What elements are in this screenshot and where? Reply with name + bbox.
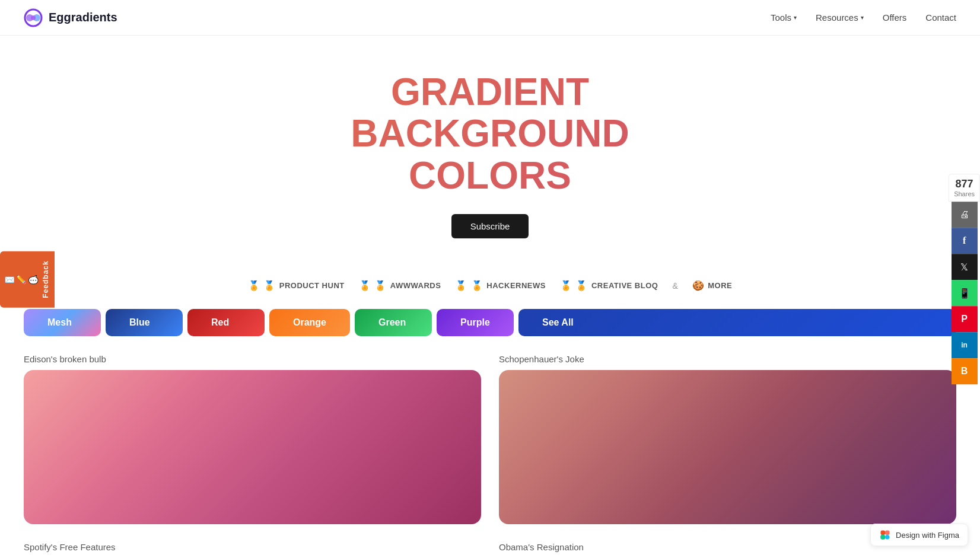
gradient-swatch-1[interactable] (499, 370, 956, 524)
gradient-card-0: Edison's broken bulb (24, 354, 481, 524)
gradient-grid: Edison's broken bulb Schopenhauer's Joke… (0, 354, 980, 558)
twitter-icon: 𝕏 (960, 262, 968, 273)
figma-badge-label: Design with Figma (896, 531, 959, 540)
award-product-hunt: 🏅 🏅 PRODUCT HUNT (248, 280, 345, 291)
logo-text: Eggradients (49, 11, 117, 24)
award-separator: & (672, 281, 677, 291)
hero-title: GRADIENT BACKGROUND COLORS (12, 71, 968, 196)
pinterest-icon: P (961, 314, 968, 324)
svg-point-7 (885, 535, 890, 540)
svg-rect-8 (881, 535, 886, 540)
award-icon: 🏅 (455, 280, 467, 291)
gradient-card-title-1: Schopenhauer's Joke (499, 354, 956, 364)
award-more: 🍪 MORE (692, 280, 733, 291)
filter-see-all[interactable]: See All (518, 309, 956, 336)
share-count: 877 (954, 178, 975, 191)
whatsapp-icon: 📱 (959, 288, 971, 299)
nav-offers[interactable]: Offers (883, 12, 907, 23)
award-icon-2: 🏅 (263, 280, 276, 291)
filter-green[interactable]: Green (355, 309, 432, 336)
filter-red[interactable]: Red (187, 309, 265, 336)
award-hackernews: 🏅 🏅 HACKERNEWS (455, 280, 546, 291)
linkedin-icon: in (961, 341, 968, 349)
share-twitter-button[interactable]: 𝕏 (952, 254, 978, 280)
svg-rect-5 (885, 531, 890, 535)
award-icon: 🏅 (359, 280, 371, 291)
award-awwwards: 🏅 🏅 AWWWARDS (359, 280, 441, 291)
logo-icon (24, 8, 43, 27)
filter-blue[interactable]: Blue (106, 309, 183, 336)
subscribe-button[interactable]: Subscribe (451, 214, 529, 238)
chevron-down-icon: ▾ (861, 14, 864, 21)
feedback-mail-icon: ✉️ (5, 274, 14, 285)
nav-links: Tools ▾ Resources ▾ Offers Contact (771, 12, 956, 23)
gradient-swatch-0[interactable] (24, 370, 481, 524)
share-whatsapp-button[interactable]: 📱 (952, 280, 978, 306)
nav-contact[interactable]: Contact (925, 12, 956, 23)
share-blogger-button[interactable]: B (952, 358, 978, 384)
hero-section: GRADIENT BACKGROUND COLORS Subscribe (0, 36, 980, 262)
facebook-icon: f (963, 235, 966, 246)
feedback-tab[interactable]: Feedback 💬 ✏️ ✉️ (0, 251, 55, 307)
award-icon-2: 🏅 (471, 280, 483, 291)
figma-icon (879, 529, 891, 541)
share-print-button[interactable]: 🖨 (952, 202, 978, 228)
award-icon-2: 🏅 (374, 280, 387, 291)
blogger-icon: B (961, 366, 968, 377)
svg-rect-4 (881, 531, 886, 535)
nav-tools[interactable]: Tools ▾ (771, 12, 797, 23)
filter-mesh[interactable]: Mesh (24, 309, 101, 336)
share-pinterest-button[interactable]: P (952, 306, 978, 332)
award-icon: 🏅 (248, 280, 260, 291)
feedback-label: Feedback (42, 260, 50, 298)
gradient-card-title-2: Spotify's Free Features (24, 542, 481, 552)
award-icon: 🏅 (560, 280, 572, 291)
filter-orange[interactable]: Orange (269, 309, 350, 336)
feedback-icons: 💬 ✏️ ✉️ (5, 274, 38, 285)
awards-bar: 🏅 🏅 PRODUCT HUNT 🏅 🏅 AWWWARDS 🏅 🏅 HACKER… (0, 262, 980, 309)
gradient-card-1: Schopenhauer's Joke (499, 354, 956, 524)
feedback-edit-icon: ✏️ (17, 274, 26, 285)
share-facebook-button[interactable]: f (952, 228, 978, 254)
feedback-chat-icon: 💬 (28, 274, 38, 285)
chevron-down-icon: ▾ (794, 14, 797, 21)
share-label: Shares (954, 190, 975, 197)
gradient-card-2: Spotify's Free Features (24, 542, 481, 558)
filter-tabs: Mesh Blue Red Orange Green Purple See Al… (0, 309, 980, 354)
gradient-card-title-0: Edison's broken bulb (24, 354, 481, 364)
svg-point-3 (31, 15, 36, 20)
award-icon: 🍪 (692, 280, 705, 291)
navbar: Eggradients Tools ▾ Resources ▾ Offers C… (0, 0, 980, 36)
social-sidebar: 877 Shares 🖨 f 𝕏 📱 P in B (949, 174, 980, 385)
nav-resources[interactable]: Resources ▾ (816, 12, 864, 23)
figma-badge[interactable]: Design with Figma (870, 524, 968, 546)
award-icon-2: 🏅 (575, 280, 588, 291)
award-creative-bloq: 🏅 🏅 CREATIVE BLOQ (560, 280, 658, 291)
share-linkedin-button[interactable]: in (952, 332, 978, 358)
logo-link[interactable]: Eggradients (24, 8, 117, 27)
filter-purple[interactable]: Purple (437, 309, 514, 336)
